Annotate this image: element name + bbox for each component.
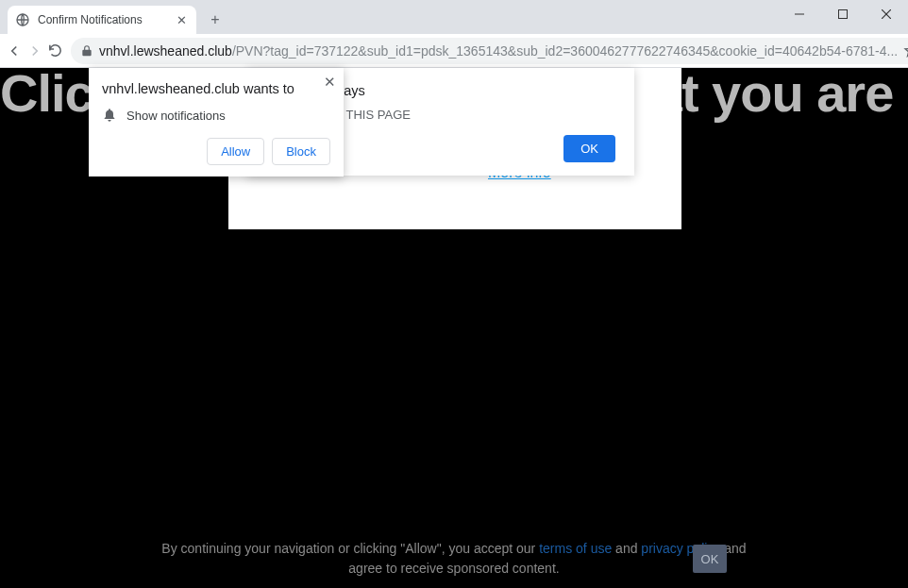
url-text: vnhvl.lewsheaned.club/PVN?tag_id=737122&… (99, 43, 898, 59)
consent-ok-button[interactable]: OK (693, 545, 727, 573)
tab-close-icon[interactable]: ✕ (174, 12, 189, 27)
tab-title: Confirm Notifications (38, 13, 166, 26)
permission-row: Show notifications (102, 108, 330, 123)
new-tab-button[interactable]: + (202, 7, 228, 33)
permission-actions: Allow Block (102, 138, 330, 165)
address-bar[interactable]: vnhvl.lewsheaned.club/PVN?tag_id=737122&… (71, 38, 908, 64)
bell-icon (102, 108, 117, 123)
toolbar: vnhvl.lewsheaned.club/PVN?tag_id=737122&… (0, 34, 908, 68)
browser-tab[interactable]: Confirm Notifications ✕ (8, 6, 196, 34)
url-domain: vnhvl.lewsheaned.club (99, 43, 232, 59)
permission-prompt: ✕ vnhvl.lewsheaned.club wants to Show no… (89, 68, 344, 176)
consent-bar: By continuing your navigation or clickin… (0, 539, 908, 579)
consent-prefix: By continuing your navigation or clickin… (161, 541, 539, 556)
allow-button[interactable]: Allow (207, 138, 264, 165)
minimize-button[interactable] (778, 0, 821, 28)
terms-link[interactable]: terms of use (539, 541, 612, 556)
titlebar: Confirm Notifications ✕ + (0, 0, 908, 34)
window-controls (778, 0, 908, 28)
consent-line2: agree to receive sponsored content. (348, 561, 559, 576)
permission-close-icon[interactable]: ✕ (324, 74, 336, 91)
forward-button[interactable] (26, 38, 43, 64)
maximize-button[interactable] (821, 0, 865, 28)
js-alert-ok-button[interactable]: OK (563, 135, 615, 162)
globe-icon (15, 12, 30, 27)
url-path: /PVN?tag_id=737122&sub_id1=pdsk_1365143&… (232, 43, 898, 59)
star-icon[interactable] (903, 42, 908, 59)
permission-title: vnhvl.lewsheaned.club wants to (102, 81, 330, 96)
consent-and: and (612, 541, 641, 556)
back-button[interactable] (6, 38, 23, 64)
block-button[interactable]: Block (272, 138, 330, 165)
consent-text: By continuing your navigation or clickin… (161, 539, 746, 579)
lock-icon (80, 44, 93, 58)
close-window-button[interactable] (865, 0, 908, 28)
reload-button[interactable] (47, 38, 63, 64)
svg-rect-2 (839, 10, 848, 19)
permission-row-text: Show notifications (126, 109, 226, 123)
